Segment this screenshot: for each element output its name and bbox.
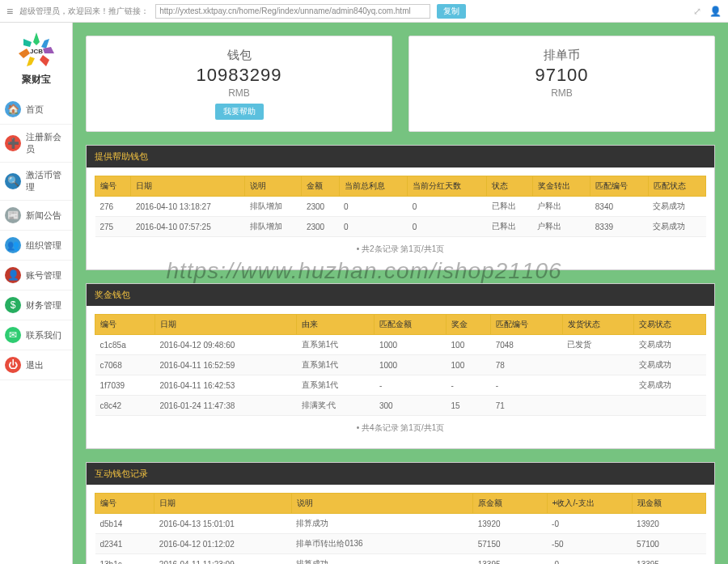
cell: -0 [547, 554, 632, 565]
panel-bonus-wallet: 奖金钱包 编号日期由来匹配金额奖金匹配编号发货状态交易状态 c1c85a2016… [86, 283, 715, 449]
sidebar-item-1[interactable]: ➕注册新会员 [0, 125, 72, 163]
cell: 2016-04-10 07:57:25 [131, 217, 245, 237]
table-row: d23412016-04-12 01:12:02排单币转出给013657150-… [95, 534, 706, 554]
sidebar-item-2[interactable]: 🔍激活币管理 [0, 163, 72, 201]
col-header: 日期 [131, 176, 245, 197]
cell: 2016-04-12 09:48:60 [154, 335, 296, 355]
col-header: 编号 [95, 176, 131, 197]
col-header: 奖金转出 [532, 176, 590, 197]
cell: - [447, 375, 491, 396]
cell: 13395 [632, 554, 705, 565]
sidebar-item-6[interactable]: $财务管理 [0, 290, 72, 320]
user-icon[interactable]: 👤 [709, 6, 722, 17]
cell: 1000 [375, 335, 447, 355]
cell: 57150 [473, 534, 547, 554]
cell: 2016-01-24 11:47:38 [154, 396, 296, 416]
cell: d5b14 [95, 514, 154, 534]
cell: 2016-04-11 16:42:53 [154, 375, 296, 396]
cell: 71 [491, 396, 563, 416]
cell: 排单币转出给0136 [291, 534, 472, 554]
cell: - [491, 375, 563, 396]
cell: 排队增加 [245, 197, 302, 217]
hamburger-icon[interactable]: ≡ [6, 5, 13, 18]
cell: 排算成功 [291, 514, 472, 534]
table-row: d5b142016-04-13 15:01:01排算成功13920-013920 [95, 514, 706, 534]
bonus-wallet-table: 编号日期由来匹配金额奖金匹配编号发货状态交易状态 c1c85a2016-04-1… [95, 314, 706, 416]
wallet-help-button[interactable]: 我要帮助 [215, 104, 264, 120]
topbar: ≡ 超级管理员，欢迎回来！推广链接： 复制 ⤢ 👤 [0, 0, 728, 23]
cell: 2016-04-11 16:52:59 [154, 355, 296, 375]
sidebar-item-7[interactable]: ✉联系我们 [0, 320, 72, 350]
cell: 2016-04-10 13:18:27 [131, 197, 245, 217]
cell: 直系第1代 [297, 375, 375, 396]
pager: • 共4条记录 第1页/共1页 [95, 416, 706, 440]
cell: 交易成功 [648, 197, 705, 217]
sidebar-item-5[interactable]: 👤账号管理 [0, 261, 72, 290]
brand-logo-icon: JCB [17, 31, 56, 70]
cell: d2341 [95, 534, 154, 554]
svg-marker-6 [23, 39, 32, 47]
panel-head: 提供帮助钱包 [87, 146, 714, 168]
paidan-unit: RMB [416, 87, 708, 99]
cell: 15 [447, 396, 491, 416]
table-row: 1f70392016-04-11 16:42:53直系第1代---交易成功 [95, 375, 706, 396]
sidebar-item-4[interactable]: 👥组织管理 [0, 231, 72, 261]
svg-marker-0 [33, 32, 40, 45]
col-header: 编号 [95, 315, 155, 335]
cell: c7068 [95, 355, 155, 375]
cell: 100 [447, 335, 491, 355]
col-header: 原金额 [473, 494, 547, 514]
menu-label: 联系我们 [26, 329, 61, 341]
sidebar-item-3[interactable]: 📰新闻公告 [0, 201, 72, 231]
pager: • 共2条记录 第1页/共1页 [95, 237, 706, 261]
cell: 2016-04-12 01:12:02 [154, 534, 292, 554]
copy-button[interactable]: 复制 [437, 4, 466, 19]
brand-name: 聚财宝 [4, 73, 68, 87]
cell: 户释出 [532, 197, 590, 217]
top-right-icons: ⤢ 👤 [693, 6, 722, 17]
col-header: 发货状态 [562, 315, 634, 335]
brand: JCB 聚财宝 [0, 23, 72, 95]
cell: 交易成功 [634, 375, 706, 396]
cell [634, 396, 706, 416]
table-row: 2762016-04-10 13:18:27排队增加230000已释出户释出83… [95, 197, 706, 217]
cell: c8c42 [95, 396, 155, 416]
promo-url-input[interactable] [155, 4, 430, 19]
sidebar-item-0[interactable]: 🏠首页 [0, 95, 72, 125]
cell: 交易成功 [634, 355, 706, 375]
wallet-value: 10983299 [93, 65, 385, 86]
table-row: c1c85a2016-04-12 09:48:60直系第1代1000100704… [95, 335, 706, 355]
table-row: 2752016-04-10 07:57:25排队增加230000已释出户释出83… [95, 217, 706, 237]
help-wallet-table: 编号日期说明金额当前总利息当前分红天数状态奖金转出匹配编号匹配状态 276201… [95, 176, 706, 237]
col-header: 日期 [154, 494, 292, 514]
menu-icon: 📰 [5, 207, 21, 223]
col-header: 由来 [297, 315, 375, 335]
col-header: 匹配编号 [491, 315, 563, 335]
greeting-text: 超级管理员，欢迎回来！推广链接： [19, 6, 149, 17]
table-row: c8c422016-01-24 11:47:38排满奖·代3001571 [95, 396, 706, 416]
cell: 已释出 [487, 217, 533, 237]
col-header: 日期 [154, 315, 296, 335]
menu-label: 财务管理 [26, 299, 61, 312]
cell: 排算成功 [291, 554, 472, 565]
cell: 1000 [375, 355, 447, 375]
menu-label: 激活币管理 [26, 169, 67, 193]
svg-text:JCB: JCB [29, 48, 42, 55]
wallet-unit: RMB [93, 87, 385, 99]
expand-icon[interactable]: ⤢ [693, 6, 701, 17]
col-header: 交易状态 [634, 315, 706, 335]
table-row: c70682016-04-11 16:52:59直系第1代100010078交易… [95, 355, 706, 375]
cell: 已发货 [562, 335, 634, 355]
cell: 直系第1代 [297, 355, 375, 375]
panel-help-wallet: 提供帮助钱包 编号日期说明金额当前总利息当前分红天数状态奖金转出匹配编号匹配状态… [86, 145, 715, 270]
cell: 排队增加 [245, 217, 302, 237]
sidebar-item-8[interactable]: ⏻退出 [0, 350, 72, 380]
cell: 13b1c [95, 554, 154, 565]
cell: 0 [339, 217, 408, 237]
menu-icon: $ [5, 297, 21, 313]
cell: 已释出 [487, 197, 533, 217]
col-header: 编号 [95, 494, 154, 514]
cell: 交易成功 [634, 335, 706, 355]
cell: 300 [375, 396, 447, 416]
cell: 275 [95, 217, 131, 237]
